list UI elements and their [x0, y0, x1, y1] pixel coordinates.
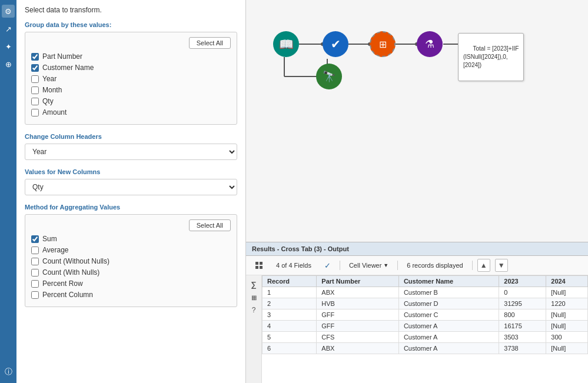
values-select[interactable]: Qty Amount — [25, 179, 237, 195]
checkbox-percent-row: Percent Row — [31, 279, 231, 288]
checkbox-percent-row-input[interactable] — [31, 280, 39, 288]
cell-viewer-chevron: ▼ — [383, 262, 388, 268]
cell-part-number: HVB — [317, 298, 399, 309]
results-header: Results - Cross Tab (3) - Output — [246, 242, 588, 256]
checkbox-year-label: Year — [42, 75, 57, 83]
workflow-node-4-icon: ⚗ — [417, 31, 443, 57]
cell-2023: 3738 — [499, 343, 546, 354]
cell-viewer-label: Cell Viewer — [349, 262, 381, 269]
checkbox-count-without-nulls-input[interactable] — [31, 258, 39, 265]
cell-part-number: ABX — [317, 343, 399, 354]
col-header-customer-name: Customer Name — [398, 276, 499, 287]
cell-part-number: GFF — [317, 309, 399, 321]
checkbox-percent-row-label: Percent Row — [42, 279, 83, 288]
aggregating-select-all-button[interactable]: Select All — [189, 219, 231, 231]
checkbox-percent-column-input[interactable] — [31, 291, 39, 299]
sidebar-icon-tag[interactable]: ✦ — [2, 40, 15, 53]
checkbox-count-without-nulls-label: Count (Without Nulls) — [42, 257, 109, 265]
checkbox-customer-name-label: Customer Name — [42, 64, 94, 72]
sidebar-icons: ⚙ ↗ ✦ ⊕ ⓘ — [0, 0, 16, 383]
checkbox-average: Average — [31, 246, 231, 254]
group-checkbox-group: Select All Part Number Customer Name Yea… — [25, 32, 237, 125]
formula-box: Total = [2023]+IIF (ISNull([2024]),0, [2… — [458, 33, 524, 81]
workflow-node-5-icon: 🔭 — [316, 64, 342, 89]
cell-part-number: CFS — [317, 332, 399, 343]
sidebar-icon-settings[interactable]: ⚙ — [2, 5, 15, 18]
checkbox-part-number: Part Number — [31, 52, 231, 61]
checkbox-qty: Qty — [31, 97, 231, 105]
sidebar-icon-add[interactable]: ⊕ — [2, 58, 15, 71]
svg-rect-14 — [260, 266, 263, 269]
change-column-section: Change Column Headers Year Month Qty Amo… — [25, 133, 237, 160]
checkbox-count-without-nulls: Count (Without Nulls) — [31, 257, 231, 265]
aggregating-checkbox-group: Select All Sum Average Count (Without Nu… — [25, 214, 237, 307]
cell-record: 6 — [263, 343, 317, 354]
workflow-node-4[interactable]: ⚗ — [417, 31, 443, 57]
group-select-all-button[interactable]: Select All — [189, 37, 231, 49]
workflow-node-3-icon: ⊞ — [370, 31, 396, 57]
toolbar-scroll-down-button[interactable]: ▼ — [495, 259, 508, 272]
workflow-node-1-icon: 📖 — [273, 31, 299, 57]
table-header-row: Record Part Number Customer Name 2023 20… — [263, 276, 588, 287]
cell-2024: [Null] — [546, 287, 588, 298]
checkbox-customer-name-input[interactable] — [31, 64, 39, 72]
checkbox-count-with-nulls-input[interactable] — [31, 269, 39, 277]
workflow-node-5[interactable]: 🔭 — [316, 64, 342, 89]
sidebar-icon-info[interactable]: ⓘ — [2, 365, 15, 378]
cell-2024: [Null] — [546, 321, 588, 332]
toolbar-scroll-up-button[interactable]: ▲ — [477, 259, 490, 272]
cell-customer-name: Customer B — [398, 287, 499, 298]
workflow-node-1[interactable]: 📖 — [273, 31, 299, 57]
workflow-node-2-icon: ✔ — [323, 31, 348, 57]
toolbar-records-displayed: 6 records displayed — [403, 260, 467, 271]
col-header-2024: 2024 — [546, 276, 588, 287]
checkbox-count-with-nulls: Count (With Nulls) — [31, 268, 231, 277]
side-icon-sigma[interactable]: ∑ — [248, 279, 259, 289]
results-body-row: ∑ ▦ ? Record Part Number Customer Name 2… — [246, 275, 588, 383]
check-icon: ✓ — [324, 261, 331, 270]
checkbox-percent-column-label: Percent Column — [42, 291, 93, 299]
toolbar-grid-icon[interactable] — [251, 259, 267, 271]
side-icon-table[interactable]: ▦ — [248, 292, 259, 302]
checkbox-year: Year — [31, 75, 231, 83]
checkbox-month-input[interactable] — [31, 86, 39, 94]
toolbar-fields-label[interactable]: 4 of 4 Fields — [272, 260, 315, 271]
toolbar-check[interactable]: ✓ — [320, 259, 335, 272]
aggregating-select-all-row: Select All — [31, 219, 231, 231]
cell-customer-name: Customer A — [398, 321, 499, 332]
checkbox-qty-input[interactable] — [31, 98, 39, 105]
cell-customer-name: Customer D — [398, 298, 499, 309]
cell-2024: [Null] — [546, 343, 588, 354]
checkbox-part-number-input[interactable] — [31, 53, 39, 61]
cell-part-number: GFF — [317, 321, 399, 332]
checkbox-amount-input[interactable] — [31, 109, 39, 116]
side-icon-help[interactable]: ? — [248, 305, 259, 315]
group-select-all-row: Select All — [31, 37, 231, 49]
workflow-node-2[interactable]: ✔ — [323, 31, 348, 57]
checkbox-qty-label: Qty — [42, 97, 54, 105]
sidebar-icon-arrow[interactable]: ↗ — [2, 22, 15, 35]
results-toolbar: 4 of 4 Fields ✓ Cell Viewer ▼ 6 records … — [246, 256, 588, 275]
left-panel: Select data to transform. Group data by … — [16, 0, 246, 383]
toolbar-cell-viewer[interactable]: Cell Viewer ▼ — [345, 260, 393, 271]
results-panel: Results - Cross Tab (3) - Output 4 of 4 … — [246, 242, 588, 383]
checkbox-sum-input[interactable] — [31, 235, 39, 243]
cell-2024: [Null] — [546, 309, 588, 321]
table-row: 1ABXCustomer B0[Null] — [263, 287, 588, 298]
checkbox-average-input[interactable] — [31, 247, 39, 254]
change-column-select[interactable]: Year Month Qty Amount — [25, 144, 237, 160]
canvas-area: 📖 ✔ ⊞ ⚗ Total = [2023]+IIF (ISNull([2024… — [246, 0, 588, 242]
cell-customer-name: Customer A — [398, 332, 499, 343]
col-header-part-number: Part Number — [317, 276, 399, 287]
toolbar-separator-3 — [472, 261, 473, 270]
checkbox-year-input[interactable] — [31, 75, 39, 83]
checkbox-customer-name: Customer Name — [31, 64, 231, 72]
results-table-wrap: Record Part Number Customer Name 2023 20… — [262, 275, 588, 383]
cell-record: 1 — [263, 287, 317, 298]
table-row: 5CFSCustomer A3503300 — [263, 332, 588, 343]
toolbar-separator-2 — [397, 261, 398, 270]
cell-customer-name: Customer A — [398, 343, 499, 354]
group-section-label: Group data by these values: — [25, 21, 237, 28]
workflow-node-3[interactable]: ⊞ — [370, 31, 396, 57]
toolbar-separator-1 — [340, 261, 340, 270]
